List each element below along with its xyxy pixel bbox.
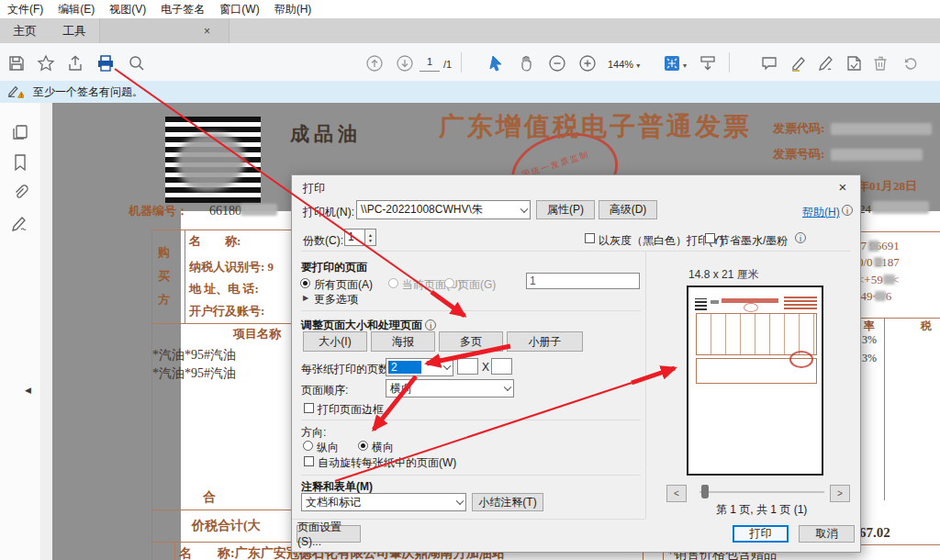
delete-icon[interactable] (871, 54, 890, 73)
help-link[interactable]: 帮助(H) (802, 205, 840, 220)
find-icon[interactable] (128, 54, 146, 73)
star-icon[interactable] (37, 54, 55, 73)
comment-icon[interactable] (760, 54, 778, 73)
fit-one-page-icon[interactable] (663, 54, 681, 73)
menu-item-2[interactable]: 编辑(E) (50, 2, 102, 17)
landscape-radio[interactable] (358, 441, 368, 451)
print-dialog-title: 打印 (303, 181, 325, 196)
poster-button[interactable]: 海报 (371, 331, 435, 352)
pages-range-input[interactable]: 1 (526, 273, 640, 289)
page-order-label: 页面顺序: (301, 383, 348, 398)
bookmarks-icon[interactable] (11, 153, 29, 172)
portrait-label[interactable]: 纵向 (317, 440, 339, 455)
save-icon[interactable] (7, 54, 26, 73)
dialog-separator (645, 251, 646, 519)
tab-tools[interactable]: 工具 (50, 18, 99, 43)
save-ink-label: 节省墨水/墨粉 (719, 233, 788, 249)
highlighter-icon[interactable] (789, 54, 808, 73)
tab-document-title-redacted (109, 26, 196, 37)
auto-rotate-label: 自动旋转每张纸中的页面(W) (318, 455, 456, 471)
comments-forms-select[interactable]: 文档和标记 (301, 493, 466, 511)
preview-slider-thumb[interactable] (701, 485, 709, 498)
fit-width-icon[interactable] (699, 54, 717, 73)
hand-tool-icon[interactable] (518, 54, 536, 73)
next-page-icon[interactable] (396, 54, 414, 73)
page-total-label: /1 (443, 59, 452, 70)
signatures-panel-icon[interactable] (11, 215, 29, 233)
preview-table (696, 313, 817, 355)
pages-section-title: 要打印的页面 (301, 260, 367, 275)
save-ink-info-icon: i (795, 232, 806, 243)
signature-warning-icon (7, 84, 24, 99)
page-thumbnails-icon[interactable] (11, 123, 29, 141)
page-number-input[interactable]: 1 (420, 56, 440, 72)
printer-properties-button[interactable]: 属性(P) (536, 200, 595, 219)
fit-page-caret-icon[interactable]: ▾ (683, 62, 687, 70)
signature-warning-text: 至少一个签名有问题。 (33, 84, 143, 100)
tab-document[interactable]: × (99, 18, 229, 43)
preview-prev-button[interactable]: < (666, 485, 687, 502)
auto-rotate-checkbox[interactable] (304, 456, 314, 466)
preview-slider-track[interactable] (699, 491, 824, 493)
pages-range-radio[interactable] (444, 278, 454, 288)
all-pages-label[interactable]: 所有页面(A) (314, 277, 373, 293)
preview-header-lines (784, 297, 817, 309)
save-ink-checkbox[interactable] (705, 233, 715, 243)
close-tab-icon[interactable]: × (204, 25, 210, 38)
current-page-radio[interactable] (388, 278, 398, 288)
copies-input[interactable]: 1 (344, 229, 365, 246)
share-icon[interactable] (66, 54, 84, 73)
redo-icon[interactable] (901, 54, 920, 73)
menu-item-3[interactable]: 视图(V) (102, 2, 153, 17)
print-icon[interactable] (96, 54, 115, 73)
printer-label: 打印机(N): (303, 205, 354, 220)
cancel-button[interactable]: 取消 (799, 525, 855, 543)
summarize-comments-button[interactable]: 小结注释(T) (472, 493, 543, 511)
preview-seal-top (744, 303, 758, 312)
menu-item-4[interactable]: 电子签名 (153, 2, 212, 17)
menu-item-6[interactable]: 帮助(H) (267, 2, 319, 17)
booklet-button[interactable]: 小册子 (507, 331, 583, 352)
page-setup-button[interactable]: 页面设置(S)... (297, 525, 361, 543)
size-button[interactable]: 大小(I) (303, 331, 367, 352)
menu-item-5[interactable]: 窗口(W) (212, 2, 266, 17)
menu-item-1[interactable]: 文件(F) (0, 2, 50, 17)
portrait-radio[interactable] (303, 441, 313, 451)
orientation-section-title: 方向: (301, 425, 326, 441)
tab-home[interactable]: 主页 (0, 18, 50, 43)
print-button[interactable]: 打印 (733, 525, 789, 543)
dialog-separator (301, 310, 641, 311)
printer-select[interactable]: \\PC-20221008CWHV\朱 (356, 200, 531, 219)
grayscale-checkbox[interactable] (585, 233, 595, 243)
select-tool-icon[interactable] (487, 54, 506, 73)
multiple-button[interactable]: 多页 (439, 331, 503, 352)
more-options-label[interactable]: 更多选项 (314, 292, 358, 308)
attachments-icon[interactable] (11, 184, 29, 202)
page-order-select[interactable]: 横向 (386, 379, 514, 398)
copies-stepper[interactable]: ▲▼ (364, 229, 376, 246)
dialog-separator (301, 475, 641, 476)
dialog-separator (301, 420, 641, 420)
custom-columns-input[interactable] (457, 358, 478, 375)
preview-seal-bottom (789, 351, 813, 368)
preview-next-button[interactable]: > (830, 485, 850, 502)
stamp-icon[interactable] (845, 54, 863, 73)
print-dialog: 打印 × 打印机(N): \\PC-20221008CWHV\朱 属性(P) 高… (291, 174, 861, 553)
print-border-label: 打印页面边框 (318, 402, 384, 418)
fill-sign-icon[interactable] (817, 54, 835, 73)
landscape-label[interactable]: 横向 (372, 440, 394, 455)
help-info-icon[interactable]: i (842, 205, 853, 216)
tab-bar: 主页 工具 × (0, 18, 940, 43)
pages-per-sheet-select[interactable]: 2 (386, 358, 453, 376)
zoom-level-dropdown[interactable]: 144% ▾ (608, 59, 640, 70)
print-border-checkbox[interactable] (304, 403, 314, 413)
collapse-pane-icon[interactable]: ◀ (25, 386, 31, 395)
more-options-arrow-icon[interactable]: ▶ (303, 294, 308, 302)
zoom-out-icon[interactable] (548, 54, 566, 73)
dialog-close-icon[interactable]: × (833, 179, 853, 195)
previous-page-icon[interactable] (365, 54, 384, 73)
custom-rows-input[interactable] (491, 358, 512, 375)
advanced-button[interactable]: 高级(D) (599, 200, 657, 219)
all-pages-radio[interactable] (300, 278, 310, 288)
zoom-in-icon[interactable] (578, 54, 597, 73)
